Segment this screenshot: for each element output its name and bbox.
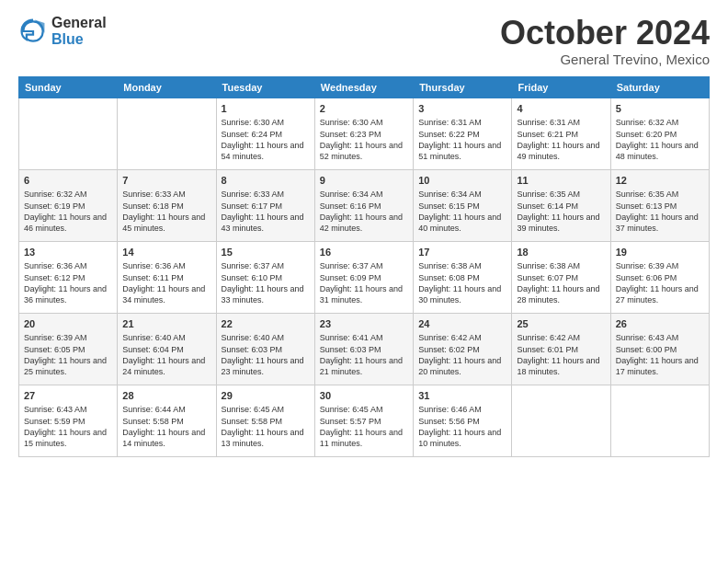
day-number: 12 bbox=[616, 174, 704, 188]
table-row bbox=[610, 385, 709, 456]
day-number: 4 bbox=[517, 102, 605, 116]
logo-blue-text: Blue bbox=[51, 31, 107, 48]
daylight-text: Daylight: 11 hours and 11 minutes. bbox=[320, 428, 403, 448]
sunset-text: Sunset: 6:03 PM bbox=[320, 345, 381, 354]
day-number: 11 bbox=[517, 174, 605, 188]
day-number: 10 bbox=[418, 174, 506, 188]
sunrise-text: Sunrise: 6:36 AM bbox=[24, 261, 87, 270]
sunrise-text: Sunrise: 6:36 AM bbox=[122, 261, 186, 270]
table-row: 22Sunrise: 6:40 AMSunset: 6:03 PMDayligh… bbox=[216, 313, 314, 385]
day-number: 9 bbox=[320, 174, 408, 188]
daylight-text: Daylight: 11 hours and 27 minutes. bbox=[616, 284, 699, 304]
daylight-text: Daylight: 11 hours and 36 minutes. bbox=[24, 284, 107, 304]
day-number: 15 bbox=[222, 246, 310, 259]
table-row: 5Sunrise: 6:32 AMSunset: 6:20 PMDaylight… bbox=[610, 98, 709, 169]
day-number: 1 bbox=[222, 102, 310, 116]
daylight-text: Daylight: 11 hours and 46 minutes. bbox=[24, 213, 107, 233]
logo-icon bbox=[18, 17, 48, 46]
header: General Blue October 2024 General Trevin… bbox=[18, 15, 710, 67]
daylight-text: Daylight: 11 hours and 34 minutes. bbox=[122, 284, 205, 304]
day-number: 2 bbox=[320, 102, 408, 116]
table-row: 17Sunrise: 6:38 AMSunset: 6:08 PMDayligh… bbox=[414, 241, 512, 313]
sunrise-text: Sunrise: 6:35 AM bbox=[616, 190, 679, 199]
sunset-text: Sunset: 5:56 PM bbox=[418, 417, 480, 426]
logo-text: General Blue bbox=[51, 15, 107, 47]
table-row: 11Sunrise: 6:35 AMSunset: 6:14 PMDayligh… bbox=[512, 169, 610, 241]
daylight-text: Daylight: 11 hours and 37 minutes. bbox=[616, 213, 699, 233]
daylight-text: Daylight: 11 hours and 10 minutes. bbox=[418, 428, 501, 448]
sunset-text: Sunset: 5:57 PM bbox=[320, 417, 381, 426]
sunset-text: Sunset: 6:06 PM bbox=[616, 273, 677, 282]
sunrise-text: Sunrise: 6:38 AM bbox=[418, 261, 482, 270]
day-number: 19 bbox=[616, 246, 704, 259]
daylight-text: Daylight: 11 hours and 33 minutes. bbox=[222, 284, 304, 304]
sunset-text: Sunset: 6:04 PM bbox=[122, 345, 184, 354]
sunset-text: Sunset: 6:02 PM bbox=[418, 345, 480, 354]
sunset-text: Sunset: 6:17 PM bbox=[222, 201, 283, 211]
calendar-week-row: 27Sunrise: 6:43 AMSunset: 5:59 PMDayligh… bbox=[19, 385, 710, 456]
sunset-text: Sunset: 6:12 PM bbox=[24, 273, 85, 282]
table-row: 29Sunrise: 6:45 AMSunset: 5:58 PMDayligh… bbox=[216, 385, 314, 456]
table-row: 6Sunrise: 6:32 AMSunset: 6:19 PMDaylight… bbox=[19, 169, 118, 241]
daylight-text: Daylight: 11 hours and 15 minutes. bbox=[24, 428, 107, 448]
sunset-text: Sunset: 6:15 PM bbox=[418, 201, 480, 211]
calendar-table: Sunday Monday Tuesday Wednesday Thursday… bbox=[18, 76, 710, 457]
sunrise-text: Sunrise: 6:39 AM bbox=[24, 333, 87, 342]
sunset-text: Sunset: 6:21 PM bbox=[517, 130, 578, 139]
calendar-week-row: 6Sunrise: 6:32 AMSunset: 6:19 PMDaylight… bbox=[19, 169, 710, 241]
sunrise-text: Sunrise: 6:33 AM bbox=[122, 190, 186, 199]
header-wednesday: Wednesday bbox=[314, 76, 413, 98]
day-number: 20 bbox=[24, 317, 112, 331]
sunrise-text: Sunrise: 6:43 AM bbox=[616, 333, 679, 342]
header-tuesday: Tuesday bbox=[216, 76, 314, 98]
daylight-text: Daylight: 11 hours and 23 minutes. bbox=[222, 356, 304, 376]
day-number: 24 bbox=[418, 317, 506, 331]
weekday-header-row: Sunday Monday Tuesday Wednesday Thursday… bbox=[19, 76, 710, 98]
table-row: 21Sunrise: 6:40 AMSunset: 6:04 PMDayligh… bbox=[118, 313, 216, 385]
calendar-week-row: 20Sunrise: 6:39 AMSunset: 6:05 PMDayligh… bbox=[19, 313, 710, 385]
calendar-week-row: 1Sunrise: 6:30 AMSunset: 6:24 PMDaylight… bbox=[19, 98, 710, 169]
logo-general-text: General bbox=[51, 15, 107, 31]
table-row: 8Sunrise: 6:33 AMSunset: 6:17 PMDaylight… bbox=[216, 169, 314, 241]
daylight-text: Daylight: 11 hours and 48 minutes. bbox=[616, 141, 699, 161]
day-number: 16 bbox=[320, 246, 408, 259]
page: General Blue October 2024 General Trevin… bbox=[0, 0, 728, 563]
sunrise-text: Sunrise: 6:42 AM bbox=[517, 333, 580, 342]
day-number: 31 bbox=[418, 389, 506, 403]
table-row bbox=[118, 98, 216, 169]
day-number: 27 bbox=[24, 389, 112, 403]
day-number: 7 bbox=[122, 174, 210, 188]
sunrise-text: Sunrise: 6:46 AM bbox=[418, 405, 482, 414]
header-monday: Monday bbox=[118, 76, 216, 98]
logo: General Blue bbox=[18, 15, 107, 47]
sunrise-text: Sunrise: 6:42 AM bbox=[418, 333, 482, 342]
table-row: 20Sunrise: 6:39 AMSunset: 6:05 PMDayligh… bbox=[19, 313, 118, 385]
table-row: 27Sunrise: 6:43 AMSunset: 5:59 PMDayligh… bbox=[19, 385, 118, 456]
table-row: 9Sunrise: 6:34 AMSunset: 6:16 PMDaylight… bbox=[314, 169, 413, 241]
table-row: 14Sunrise: 6:36 AMSunset: 6:11 PMDayligh… bbox=[118, 241, 216, 313]
sunset-text: Sunset: 6:14 PM bbox=[517, 201, 578, 211]
table-row: 1Sunrise: 6:30 AMSunset: 6:24 PMDaylight… bbox=[216, 98, 314, 169]
daylight-text: Daylight: 11 hours and 45 minutes. bbox=[122, 213, 205, 233]
sunset-text: Sunset: 6:08 PM bbox=[418, 273, 480, 282]
day-number: 25 bbox=[517, 317, 605, 331]
day-number: 21 bbox=[122, 317, 210, 331]
daylight-text: Daylight: 11 hours and 39 minutes. bbox=[517, 213, 599, 233]
sunrise-text: Sunrise: 6:39 AM bbox=[616, 261, 679, 270]
table-row: 3Sunrise: 6:31 AMSunset: 6:22 PMDaylight… bbox=[414, 98, 512, 169]
day-number: 22 bbox=[222, 317, 310, 331]
daylight-text: Daylight: 11 hours and 30 minutes. bbox=[418, 284, 501, 304]
sunset-text: Sunset: 6:10 PM bbox=[222, 273, 283, 282]
sunset-text: Sunset: 5:59 PM bbox=[24, 417, 85, 426]
daylight-text: Daylight: 11 hours and 31 minutes. bbox=[320, 284, 403, 304]
sunset-text: Sunset: 6:16 PM bbox=[320, 201, 381, 211]
day-number: 5 bbox=[616, 102, 704, 116]
sunrise-text: Sunrise: 6:32 AM bbox=[24, 190, 87, 199]
sunset-text: Sunset: 5:58 PM bbox=[222, 417, 283, 426]
header-friday: Friday bbox=[512, 76, 610, 98]
daylight-text: Daylight: 11 hours and 42 minutes. bbox=[320, 213, 403, 233]
daylight-text: Daylight: 11 hours and 51 minutes. bbox=[418, 141, 501, 161]
daylight-text: Daylight: 11 hours and 52 minutes. bbox=[320, 141, 403, 161]
daylight-text: Daylight: 11 hours and 21 minutes. bbox=[320, 356, 403, 376]
sunrise-text: Sunrise: 6:44 AM bbox=[122, 405, 186, 414]
